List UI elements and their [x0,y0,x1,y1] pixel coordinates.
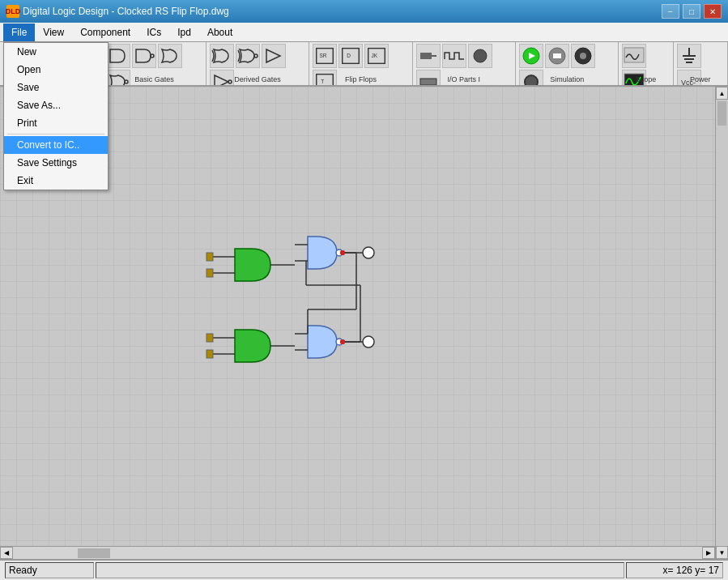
tool-xor-gate[interactable] [210,44,234,68]
statusbar: Ready x= 126 y= 17 [0,559,728,580]
svg-rect-25 [420,79,436,85]
svg-text:JK: JK [372,53,378,58]
tool-input[interactable] [416,44,441,68]
menu-item-new[interactable]: New [4,43,108,61]
tool-buffer[interactable] [262,44,286,68]
tool-xnor-gate[interactable] [236,44,260,68]
svg-point-13 [228,80,232,83]
tool-sr-ff[interactable]: SR [313,44,337,68]
titlebar-controls: − □ ✕ [662,4,722,19]
toolbar-derived-gates: Derived Gates [206,42,309,85]
menu-item-convert[interactable]: Convert to IC.. [4,136,108,154]
file-menu-dropdown: New Open Save Save As... Print Convert t… [3,42,109,190]
status-coords: x= 126 y= 17 [626,562,723,578]
hscroll-thumb[interactable] [78,548,110,558]
toolbar-power: Vcc- Power [674,42,728,85]
tool-stop[interactable] [545,44,569,68]
tool-scope1[interactable] [622,44,646,68]
toolbar: T Operations Basic Gates [0,42,728,87]
svg-point-71 [340,339,345,344]
tool-t-ff[interactable]: T [313,70,337,87]
app-icon: DLD [6,5,19,18]
maximize-button[interactable]: □ [683,4,700,19]
menubar: File View Component ICs Ipd About [0,23,728,42]
close-button[interactable]: ✕ [704,4,722,19]
tool-clock[interactable] [442,44,466,68]
vscroll-down[interactable]: ▼ [716,546,728,559]
menu-item-save-settings[interactable]: Save Settings [4,154,108,172]
svg-point-32 [525,75,538,87]
tool-jk-ff[interactable]: JK [364,44,389,68]
menu-separator-1 [7,134,104,134]
toolbar-scope: Scope [619,42,673,85]
svg-marker-12 [215,75,228,87]
tool-and-gate[interactable] [106,44,130,68]
h-scrollbar: ◀ ▶ [0,546,715,559]
menu-ics[interactable]: ICs [138,23,169,41]
tool-nor-gate[interactable] [106,70,130,87]
tool-or-gate[interactable] [158,44,182,68]
tool-nand-gate[interactable] [132,44,156,68]
menu-item-open[interactable]: Open [4,61,108,79]
toolbar-flip-flops: SR D JK T Flip Flops [309,42,412,85]
svg-point-31 [580,53,586,59]
menu-item-save[interactable]: Save [4,79,108,96]
tool-sim-circle[interactable] [519,70,543,87]
svg-point-60 [363,247,374,258]
svg-rect-44 [206,269,213,277]
v-scrollbar: ▲ ▼ [715,87,728,559]
svg-rect-22 [420,53,432,59]
menu-file[interactable]: File [3,23,35,41]
toolbar-basic-gates: Basic Gates [103,42,206,85]
menu-component[interactable]: Component [72,23,138,41]
vscroll-up[interactable]: ▲ [716,87,728,100]
menu-item-save-as[interactable]: Save As... [4,96,108,114]
svg-text:T: T [321,79,325,84]
titlebar-left: DLD Digital Logic Design - Clocked RS Fl… [6,5,229,18]
menu-item-exit[interactable]: Exit [4,172,108,190]
svg-point-8 [151,54,154,58]
tool-sim-record[interactable] [571,44,595,68]
hscroll-right[interactable]: ▶ [702,547,715,559]
tool-vcc[interactable] [416,70,441,87]
svg-point-9 [125,80,128,83]
tool-vcc-power[interactable]: Vcc- [677,70,701,87]
tool-d-ff[interactable]: D [338,44,363,68]
tool-scope2[interactable] [622,70,646,87]
svg-marker-11 [266,49,280,62]
svg-text:D: D [347,53,351,58]
svg-text:SR: SR [320,53,327,58]
tool-ground[interactable] [677,44,701,68]
svg-point-70 [340,250,345,255]
status-middle [96,562,624,578]
menu-item-print[interactable]: Print [4,114,108,132]
svg-rect-49 [206,350,213,358]
menu-view[interactable]: View [35,23,72,41]
menu-about[interactable]: About [199,23,241,41]
svg-point-61 [363,336,374,348]
main-area: ◀ ▶ ▲ ▼ [0,87,728,559]
circuit-diagram [186,232,470,435]
tool-output-probe[interactable] [468,44,492,68]
titlebar-title: Digital Logic Design - Clocked RS Flip F… [23,6,229,17]
minimize-button[interactable]: − [662,4,679,19]
svg-rect-20 [317,75,334,87]
svg-point-24 [474,49,487,62]
svg-rect-43 [206,253,213,261]
menu-ipd[interactable]: Ipd [169,23,199,41]
toolbar-simulation: Simulation [516,42,619,85]
toolbar-io-parts: I/O Parts I [413,42,516,85]
tool-not-gate[interactable] [210,70,234,87]
tool-play[interactable] [519,44,543,68]
hscroll-left[interactable]: ◀ [0,547,13,559]
svg-text:Vcc-: Vcc- [681,79,696,87]
svg-rect-29 [553,53,561,58]
svg-rect-48 [206,334,213,342]
status-text: Ready [5,562,94,578]
titlebar: DLD Digital Logic Design - Clocked RS Fl… [0,0,728,23]
svg-point-10 [254,54,258,58]
